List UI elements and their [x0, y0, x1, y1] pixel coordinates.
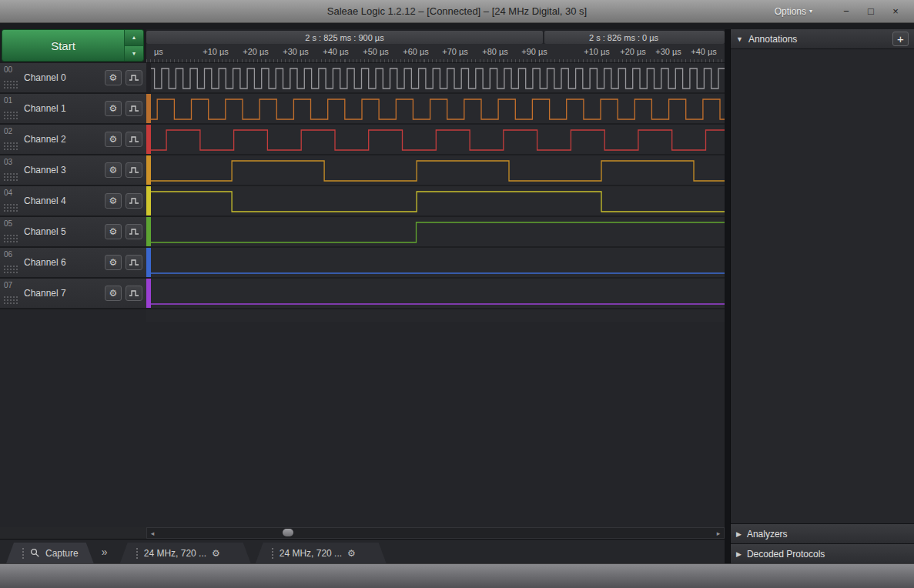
tick-label: +40 µs — [323, 47, 349, 56]
channel-trigger-button[interactable] — [126, 70, 142, 85]
channel-row: 06 Channel 6 ⚙ — [0, 248, 146, 279]
channel-number: 06 — [4, 250, 12, 259]
trigger-pulse-icon — [129, 258, 139, 267]
hscroll-thumb[interactable] — [283, 529, 293, 536]
search-icon — [30, 548, 40, 558]
annotations-body — [731, 49, 914, 523]
channel-trigger-button[interactable] — [126, 193, 142, 209]
annotations-label: Annotations — [748, 34, 797, 45]
trigger-pulse-icon — [129, 227, 139, 236]
content-area: Start ▲ ▼ 2 s : 825 ms : 900 µs 2 s : 82… — [0, 23, 914, 563]
channel-trigger-button[interactable] — [126, 224, 142, 239]
drag-handle-icon[interactable] — [3, 234, 18, 243]
waveform-trace — [151, 125, 725, 155]
annotations-header[interactable]: ▼ Annotations + — [731, 29, 914, 49]
wave-rows — [146, 63, 725, 322]
channel-trigger-button[interactable] — [126, 286, 142, 301]
scroll-left-arrow[interactable]: ◂ — [147, 528, 158, 538]
waveform-row[interactable] — [146, 63, 725, 94]
tick-label: +60 µs — [403, 47, 429, 56]
channel-settings-button gear-icon[interactable]: ⚙ — [105, 101, 122, 116]
drag-handle-icon[interactable] — [3, 265, 18, 274]
drag-handle-icon[interactable] — [3, 172, 18, 182]
channel-row: 02 Channel 2 ⚙ — [0, 125, 146, 155]
channel-number: 04 — [4, 189, 12, 197]
tab-overflow-button[interactable]: » — [94, 540, 116, 563]
waveform-trace — [151, 186, 725, 217]
waveform-row[interactable] — [146, 186, 725, 217]
minimize-button[interactable]: − — [834, 3, 859, 20]
channel-trigger-button[interactable] — [126, 101, 142, 116]
waveform-row[interactable] — [146, 279, 725, 309]
session-tab[interactable]: 24 MHz, 720 ... ⚙ — [256, 543, 387, 563]
close-button[interactable]: × — [883, 3, 908, 20]
add-annotation-button[interactable]: + — [892, 32, 909, 46]
options-label: Options — [775, 6, 806, 17]
trigger-pulse-icon — [129, 165, 139, 175]
session-tabs: 24 MHz, 720 ... ⚙ 24 MHz, 720 ... ⚙ — [116, 540, 387, 563]
trigger-pulse-icon — [129, 104, 139, 113]
channel-row: 03 Channel 3 ⚙ — [0, 155, 146, 186]
waveform-row[interactable] — [146, 248, 725, 279]
drag-handle-icon[interactable] — [3, 142, 18, 151]
tick-label: +50 µs — [363, 47, 389, 56]
waveform-row[interactable] — [146, 125, 725, 155]
start-button[interactable]: Start — [2, 30, 124, 61]
channel-trigger-button[interactable] — [126, 255, 142, 270]
waveform-trace — [151, 155, 725, 186]
maximize-button[interactable]: □ — [859, 3, 883, 20]
tick-label: +10 µs — [584, 47, 610, 56]
decoded-protocols-header[interactable]: ▶ Decoded Protocols — [731, 543, 914, 563]
channels-zone: 00 Channel 0 ⚙ 01 Channel 1 ⚙ 02 Channel… — [0, 63, 725, 527]
channel-trigger-button[interactable] — [126, 162, 142, 178]
right-panel: ▼ Annotations + ▶ Analyzers ▶ Decoded Pr… — [730, 29, 914, 563]
drag-handle-icon[interactable] — [3, 296, 18, 305]
main-area: Start ▲ ▼ 2 s : 825 ms : 900 µs 2 s : 82… — [0, 29, 725, 563]
waveform-trace — [151, 94, 725, 125]
channel-name: Channel 7 — [24, 288, 105, 299]
channel-settings-button gear-icon[interactable]: ⚙ — [105, 224, 122, 239]
tick-label: µs — [154, 47, 163, 56]
start-up-arrow-button[interactable]: ▲ — [125, 30, 143, 45]
channel-number: 02 — [4, 127, 12, 135]
waveform-row[interactable] — [146, 217, 725, 248]
drag-handle-icon[interactable] — [3, 80, 18, 89]
session-tab-label: 24 MHz, 720 ... — [280, 548, 342, 559]
channel-trigger-button[interactable] — [126, 132, 142, 147]
channel-settings-button gear-icon[interactable]: ⚙ — [105, 162, 122, 178]
titlebar: Saleae Logic 1.2.12 – [Connected] – [24 … — [0, 0, 914, 23]
channel-name: Channel 3 — [24, 165, 105, 175]
channel-settings-button gear-icon[interactable]: ⚙ — [105, 286, 122, 301]
tick-label: +20 µs — [620, 47, 646, 56]
waveform-row[interactable] — [146, 94, 725, 125]
channel-sidebar: 00 Channel 0 ⚙ 01 Channel 1 ⚙ 02 Channel… — [0, 63, 146, 322]
ruler-header-left: 2 s : 825 ms : 900 µs — [146, 31, 543, 44]
channel-settings-button gear-icon[interactable]: ⚙ — [105, 70, 122, 85]
channel-row: 04 Channel 4 ⚙ — [0, 186, 146, 217]
session-tab[interactable]: 24 MHz, 720 ... ⚙ — [120, 543, 251, 563]
options-menu[interactable]: Options ▾ — [775, 6, 812, 17]
channel-settings-button gear-icon[interactable]: ⚙ — [105, 255, 122, 270]
tab-capture[interactable]: Capture — [6, 543, 94, 563]
panel-divider — [725, 29, 730, 563]
waveform-row[interactable] — [146, 155, 725, 186]
channel-number: 07 — [4, 281, 12, 289]
channel-name: Channel 0 — [24, 72, 105, 83]
drag-handle-icon[interactable] — [3, 111, 18, 120]
drag-handle-icon[interactable] — [3, 203, 18, 212]
trigger-pulse-icon — [129, 73, 139, 82]
tick-label: +40 µs — [691, 47, 717, 56]
capture-tab-label: Capture — [45, 548, 79, 559]
start-down-arrow-button[interactable]: ▼ — [125, 45, 143, 62]
channel-settings-button gear-icon[interactable]: ⚙ — [105, 132, 122, 147]
channel-row: 07 Channel 7 ⚙ — [0, 279, 146, 309]
ruler-headers: 2 s : 825 ms : 900 µs 2 s : 826 ms : 0 µ… — [146, 29, 725, 44]
analyzers-header[interactable]: ▶ Analyzers — [731, 523, 914, 543]
scroll-right-arrow[interactable]: ▸ — [713, 528, 724, 538]
channel-name: Channel 6 — [24, 257, 105, 268]
waveform-empty-area[interactable] — [0, 322, 725, 527]
horizontal-scrollbar[interactable]: ◂ ▸ — [146, 527, 725, 539]
channel-settings-button gear-icon[interactable]: ⚙ — [105, 193, 122, 209]
gear-icon[interactable]: ⚙ — [347, 548, 356, 559]
gear-icon[interactable]: ⚙ — [212, 548, 220, 559]
